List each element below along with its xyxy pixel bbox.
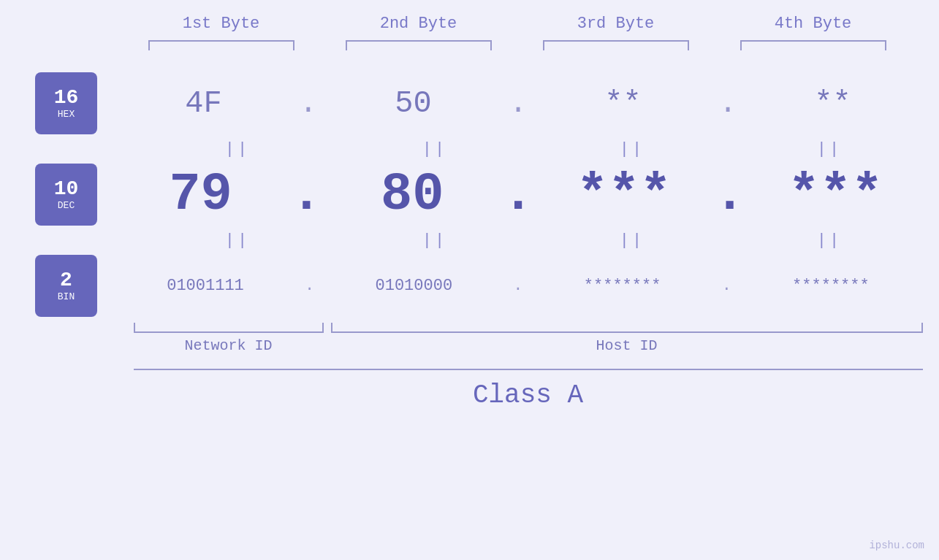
host-id-label: Host ID — [331, 337, 923, 354]
bracket-byte4 — [740, 40, 886, 50]
bin-badge-label: BIN — [58, 291, 75, 302]
bracket-byte3 — [543, 40, 689, 50]
dec-byte2: 80 — [332, 165, 493, 225]
equals-1-b2: || — [354, 140, 515, 158]
hex-row: 16 HEX 4F . 50 . ** . ** — [0, 72, 939, 134]
bracket-byte1 — [148, 40, 294, 50]
hex-byte3: ** — [543, 86, 704, 121]
bin-badge-num: 2 — [60, 269, 72, 292]
hex-badge-label: HEX — [58, 109, 75, 120]
dec-sep2: . — [502, 165, 533, 225]
network-bracket — [134, 323, 324, 333]
hex-bytes: 4F . 50 . ** . ** — [97, 86, 939, 121]
dec-badge: 10 DEC — [35, 164, 97, 226]
dec-row: 10 DEC 79 . 80 . *** . *** — [0, 164, 939, 226]
dec-byte4: *** — [755, 165, 916, 225]
hex-sep2: . — [509, 86, 527, 121]
main-container: 1st Byte 2nd Byte 3rd Byte 4th Byte 16 H… — [0, 0, 939, 560]
dec-sep1: . — [291, 165, 322, 225]
dec-bytes: 79 . 80 . *** . *** — [97, 165, 939, 225]
hex-byte1: 4F — [123, 86, 284, 121]
equals-2-b4: || — [749, 231, 910, 250]
equals-1-b1: || — [157, 140, 318, 158]
hex-byte2: 50 — [332, 86, 493, 121]
hex-byte4: ** — [753, 86, 913, 121]
hex-sep1: . — [299, 86, 317, 121]
header-byte3: 3rd Byte — [528, 15, 704, 33]
dec-badge-label: DEC — [58, 200, 75, 211]
host-bracket — [331, 323, 923, 333]
bottom-bracket-area: Network ID Host ID — [134, 323, 923, 354]
hex-sep3: . — [718, 86, 737, 121]
network-id-label: Network ID — [134, 337, 324, 354]
header-byte4: 4th Byte — [726, 15, 901, 33]
bin-byte2: 01010000 — [333, 277, 494, 295]
equals-row-2: || || || || — [139, 226, 928, 255]
dec-sep3: . — [714, 165, 745, 225]
hex-badge-num: 16 — [54, 87, 79, 110]
byte-headers: 1st Byte 2nd Byte 3rd Byte 4th Byte — [123, 15, 912, 33]
dec-badge-num: 10 — [54, 178, 79, 201]
class-label: Class A — [134, 380, 923, 410]
equals-row-1: || || || || — [139, 134, 928, 164]
class-bracket-line — [134, 369, 923, 370]
header-byte2: 2nd Byte — [331, 15, 506, 33]
bottom-labels: Network ID Host ID — [134, 337, 923, 354]
watermark: ipshu.com — [869, 540, 924, 551]
bin-byte1: 01001111 — [125, 277, 286, 295]
dec-byte1: 79 — [121, 165, 281, 225]
bin-sep2: . — [513, 277, 522, 295]
equals-2-b1: || — [157, 231, 318, 250]
bin-bytes: 01001111 . 01010000 . ******** . *******… — [97, 277, 939, 295]
equals-2-b2: || — [354, 231, 515, 250]
bin-byte4: ******** — [750, 277, 911, 295]
class-area: Class A — [134, 369, 923, 410]
bin-row: 2 BIN 01001111 . 01010000 . ******** . *… — [0, 255, 939, 317]
bracket-byte2 — [346, 40, 492, 50]
equals-1-b4: || — [749, 140, 910, 158]
equals-1-b3: || — [552, 140, 712, 158]
top-brackets — [123, 40, 912, 50]
bin-byte3: ******** — [542, 277, 703, 295]
equals-2-b3: || — [552, 231, 712, 250]
dec-byte3: *** — [544, 165, 704, 225]
header-byte1: 1st Byte — [134, 15, 309, 33]
bin-sep3: . — [722, 277, 731, 295]
bin-badge: 2 BIN — [35, 255, 97, 317]
bin-sep1: . — [305, 277, 314, 295]
hex-badge: 16 HEX — [35, 72, 97, 134]
bottom-brackets — [134, 323, 923, 333]
